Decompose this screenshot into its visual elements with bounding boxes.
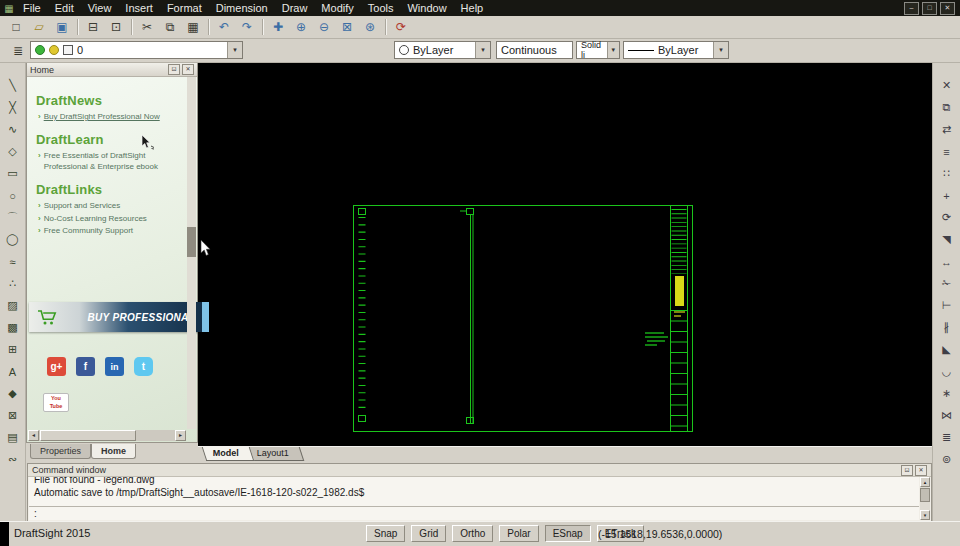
- scroll-right-icon[interactable]: ▸: [175, 430, 186, 441]
- offset-tool-icon[interactable]: ≡: [937, 143, 957, 160]
- block-tool-icon[interactable]: ◆: [3, 385, 23, 402]
- buy-professional-link[interactable]: › Buy DraftSight Professional Now: [38, 112, 184, 122]
- home-vertical-scrollbar[interactable]: [187, 77, 196, 429]
- scrollbar-thumb[interactable]: [920, 488, 930, 502]
- polyline-tool-icon[interactable]: ∿: [3, 121, 23, 138]
- layer-combo[interactable]: 0 ▾: [30, 41, 243, 59]
- home-horizontal-scrollbar[interactable]: ◂ ▸: [28, 430, 186, 441]
- print-icon[interactable]: ⊟: [82, 17, 104, 37]
- copy-tool-icon[interactable]: ⧉: [937, 99, 957, 116]
- scroll-down-icon[interactable]: ▾: [920, 510, 930, 520]
- join-tool-icon[interactable]: ⋈: [937, 407, 957, 424]
- chevron-down-icon[interactable]: ▾: [227, 42, 242, 58]
- chevron-down-icon[interactable]: ▾: [475, 42, 490, 58]
- ellipse-tool-icon[interactable]: ◯: [3, 231, 23, 248]
- tab-layout1[interactable]: Layout1: [246, 447, 305, 461]
- explode-tool-icon[interactable]: ∗: [937, 385, 957, 402]
- community-support-link-label[interactable]: Free Community Support: [44, 226, 133, 236]
- table-tool-icon[interactable]: ⊞: [3, 341, 23, 358]
- options-tool-icon[interactable]: ⊚: [937, 451, 957, 468]
- support-services-link[interactable]: › Support and Services: [38, 201, 184, 211]
- tab-model[interactable]: Model: [202, 447, 255, 461]
- google-plus-icon[interactable]: g+: [47, 357, 66, 376]
- menu-format[interactable]: Format: [160, 0, 209, 16]
- rectangle-tool-icon[interactable]: ▭: [3, 165, 23, 182]
- free-essentials-link-label[interactable]: Free Essentials of DraftSight Profession…: [44, 151, 184, 172]
- minimize-button[interactable]: ‒: [904, 2, 919, 15]
- spline-tool-icon[interactable]: ≈: [3, 253, 23, 270]
- chamfer-tool-icon[interactable]: ◣: [937, 341, 957, 358]
- scroll-up-icon[interactable]: ▴: [920, 477, 930, 487]
- insert-block-tool-icon[interactable]: ⊠: [3, 407, 23, 424]
- chevron-down-icon[interactable]: ▾: [713, 42, 728, 58]
- extend-tool-icon[interactable]: ⊢: [937, 297, 957, 314]
- menu-window[interactable]: Window: [400, 0, 453, 16]
- pattern-tool-icon[interactable]: ∷: [937, 165, 957, 182]
- esnap-toggle[interactable]: ESnap: [545, 525, 591, 542]
- fillet-tool-icon[interactable]: ◡: [937, 363, 957, 380]
- save-icon[interactable]: ▣: [51, 17, 73, 37]
- menu-edit[interactable]: Edit: [48, 0, 81, 16]
- menu-help[interactable]: Help: [454, 0, 491, 16]
- attach-image-tool-icon[interactable]: ▤: [3, 429, 23, 446]
- tab-home[interactable]: Home: [91, 444, 136, 459]
- polygon-tool-icon[interactable]: ◇: [3, 143, 23, 160]
- rebuild-icon[interactable]: ⟳: [390, 17, 412, 37]
- snap-toggle[interactable]: Snap: [366, 525, 405, 542]
- circle-tool-icon[interactable]: ○: [3, 187, 23, 204]
- grid-toggle[interactable]: Grid: [411, 525, 446, 542]
- infinite-line-tool-icon[interactable]: ╳: [3, 99, 23, 116]
- scrollbar-thumb[interactable]: [187, 227, 196, 257]
- trim-tool-icon[interactable]: ✁: [937, 275, 957, 292]
- arc-tool-icon[interactable]: ⌒: [3, 209, 23, 226]
- hatch-tool-icon[interactable]: ▨: [3, 297, 23, 314]
- pin-icon[interactable]: ⊡: [168, 64, 180, 75]
- zoom-out-icon[interactable]: ⊖: [313, 17, 335, 37]
- ortho-toggle[interactable]: Ortho: [452, 525, 493, 542]
- command-scrollbar[interactable]: ▴ ▾: [920, 477, 930, 520]
- point-tool-icon[interactable]: ∴: [3, 275, 23, 292]
- line-style-combo[interactable]: Continuous: [496, 41, 573, 59]
- drawing-canvas[interactable]: [198, 62, 932, 446]
- youtube-icon[interactable]: You Tube: [43, 393, 69, 412]
- tab-properties[interactable]: Properties: [30, 444, 91, 459]
- new-icon[interactable]: □: [5, 17, 27, 37]
- command-history[interactable]: File not found - legend.dwg Automatic sa…: [29, 477, 919, 507]
- free-essentials-link[interactable]: › Free Essentials of DraftSight Professi…: [38, 151, 184, 172]
- layers-manager-icon[interactable]: ≣: [7, 41, 29, 61]
- menu-insert[interactable]: Insert: [118, 0, 160, 16]
- facebook-icon[interactable]: f: [76, 357, 95, 376]
- menu-file[interactable]: File: [16, 0, 48, 16]
- twitter-icon[interactable]: t: [134, 357, 153, 376]
- open-icon[interactable]: ▱: [28, 17, 50, 37]
- menu-modify[interactable]: Modify: [314, 0, 360, 16]
- no-cost-learning-link-label[interactable]: No-Cost Learning Resources: [44, 214, 147, 224]
- polar-toggle[interactable]: Polar: [499, 525, 538, 542]
- support-services-link-label[interactable]: Support and Services: [44, 201, 121, 211]
- chevron-down-icon[interactable]: ▾: [607, 42, 619, 58]
- move-tool-icon[interactable]: +: [937, 187, 957, 204]
- revision-cloud-tool-icon[interactable]: ∾: [3, 451, 23, 468]
- scrollbar-thumb[interactable]: [40, 430, 136, 441]
- line-tool-icon[interactable]: ╲: [3, 77, 23, 94]
- no-cost-learning-link[interactable]: › No-Cost Learning Resources: [38, 214, 184, 224]
- restore-icon[interactable]: ⊡: [901, 465, 913, 476]
- zoom-in-icon[interactable]: ⊕: [290, 17, 312, 37]
- properties-tool-icon[interactable]: ≣: [937, 429, 957, 446]
- paste-icon[interactable]: ▦: [182, 17, 204, 37]
- close-icon[interactable]: ✕: [182, 64, 194, 75]
- command-input[interactable]: :: [29, 506, 919, 520]
- line-weight-combo[interactable]: Solid li ▾: [576, 41, 620, 59]
- redo-icon[interactable]: ↷: [236, 17, 258, 37]
- maximize-button[interactable]: □: [922, 2, 937, 15]
- menu-view[interactable]: View: [81, 0, 119, 16]
- break-tool-icon[interactable]: ∦: [937, 319, 957, 336]
- line-color-combo[interactable]: ByLayer ▾: [394, 41, 491, 59]
- close-icon[interactable]: ✕: [915, 465, 927, 476]
- menu-dimension[interactable]: Dimension: [209, 0, 275, 16]
- home-palette-titlebar[interactable]: Home ⊡ ✕: [27, 63, 197, 77]
- cut-icon[interactable]: ✂: [136, 17, 158, 37]
- scale-tool-icon[interactable]: ◥: [937, 231, 957, 248]
- undo-icon[interactable]: ↶: [213, 17, 235, 37]
- command-window-titlebar[interactable]: Command window ⊡ ✕: [28, 464, 931, 477]
